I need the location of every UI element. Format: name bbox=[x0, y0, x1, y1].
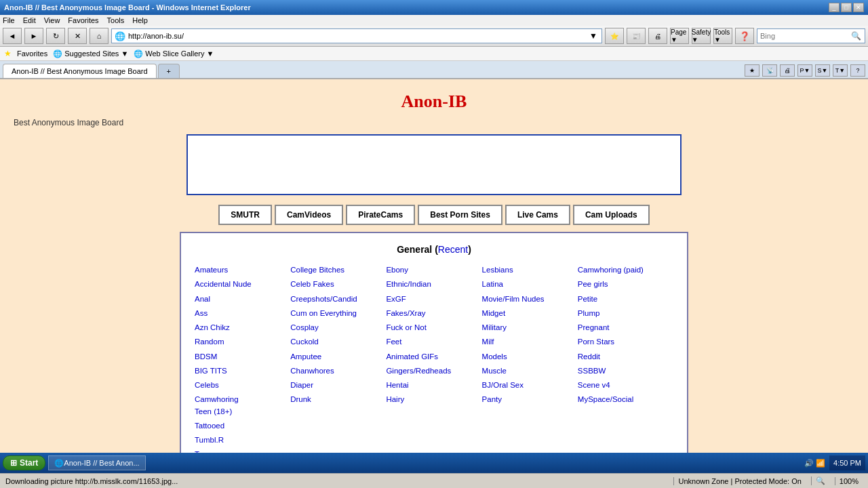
search-input[interactable] bbox=[760, 32, 848, 40]
menu-help[interactable]: Help bbox=[132, 16, 148, 24]
link-animated-gifs[interactable]: Animated GIFs bbox=[386, 351, 481, 363]
link-azn-chikz[interactable]: Azn Chikz bbox=[195, 322, 290, 333]
general-recent-link[interactable]: Recent bbox=[438, 244, 468, 255]
suggested-sites[interactable]: 🌐 Suggested Sites ▼ bbox=[53, 49, 128, 58]
link-bj-oral[interactable]: BJ/Oral Sex bbox=[482, 380, 578, 391]
link-celeb-fakes[interactable]: Celeb Fakes bbox=[290, 279, 386, 290]
tab-page-button[interactable]: P▼ bbox=[797, 64, 812, 77]
link-college-bitches[interactable]: College Bitches bbox=[290, 264, 386, 276]
nav-live-cams[interactable]: Live Cams bbox=[505, 205, 570, 225]
tab-active[interactable]: Anon-IB // Best Anonymous Image Board bbox=[3, 64, 157, 78]
rss-button[interactable]: 📰 bbox=[627, 28, 646, 44]
nav-best-porn[interactable]: Best Porn Sites bbox=[418, 205, 502, 225]
nav-piratecams[interactable]: PirateCams bbox=[346, 205, 415, 225]
link-chanwhores[interactable]: Chanwhores bbox=[290, 365, 386, 377]
minimize-button[interactable]: _ bbox=[829, 3, 840, 12]
link-accidental-nude[interactable]: Accidental Nude bbox=[195, 279, 290, 290]
link-tattooed[interactable]: Tattooed bbox=[195, 420, 290, 432]
nav-cam-uploads[interactable]: Cam Uploads bbox=[573, 205, 650, 225]
link-pee-girls[interactable]: Pee girls bbox=[578, 279, 673, 290]
nav-smutr[interactable]: SMUTR bbox=[218, 205, 272, 225]
menu-tools[interactable]: Tools bbox=[107, 16, 125, 24]
link-cuckold[interactable]: Cuckold bbox=[290, 336, 386, 348]
safety-button[interactable]: Safety ▼ bbox=[692, 28, 711, 44]
link-drunk[interactable]: Drunk bbox=[290, 394, 386, 405]
nav-camvideos[interactable]: CamVideos bbox=[275, 205, 343, 225]
link-military[interactable]: Military bbox=[482, 322, 578, 333]
page-menu-button[interactable]: Page ▼ bbox=[670, 28, 689, 44]
link-scene-v4[interactable]: Scene v4 bbox=[578, 380, 673, 391]
link-reddit[interactable]: Reddit bbox=[578, 351, 673, 363]
home-button[interactable]: ⌂ bbox=[90, 28, 108, 44]
link-anal[interactable]: Anal bbox=[195, 293, 290, 305]
tab-rss-button[interactable]: 📡 bbox=[762, 64, 777, 77]
link-petite[interactable]: Petite bbox=[578, 293, 673, 305]
link-pregnant[interactable]: Pregnant bbox=[578, 322, 673, 333]
link-movie-film-nudes[interactable]: Movie/Film Nudes bbox=[482, 293, 578, 305]
tab-tools-button[interactable]: T▼ bbox=[833, 64, 848, 77]
forward-button[interactable]: ► bbox=[24, 28, 43, 44]
link-models[interactable]: Models bbox=[482, 351, 578, 363]
stop-button[interactable]: ✕ bbox=[68, 28, 87, 44]
menu-file[interactable]: File bbox=[3, 16, 15, 24]
tab-help-button[interactable]: ? bbox=[850, 64, 865, 77]
refresh-button[interactable]: ↻ bbox=[46, 28, 65, 44]
link-lesbians[interactable]: Lesbians bbox=[482, 264, 578, 276]
menu-view[interactable]: View bbox=[44, 16, 60, 24]
link-myspace-social[interactable]: MySpace/Social bbox=[578, 394, 673, 405]
link-muscle[interactable]: Muscle bbox=[482, 365, 578, 377]
link-exgf[interactable]: ExGF bbox=[386, 293, 481, 305]
link-creepshots[interactable]: Creepshots/Candid bbox=[290, 293, 386, 305]
menu-favorites[interactable]: Favorites bbox=[68, 16, 98, 24]
close-button[interactable]: ✕ bbox=[853, 3, 864, 12]
link-panty[interactable]: Panty bbox=[482, 394, 578, 405]
menu-edit[interactable]: Edit bbox=[23, 16, 36, 24]
link-ass[interactable]: Ass bbox=[195, 308, 290, 319]
link-feet[interactable]: Feet bbox=[386, 336, 481, 348]
link-cosplay[interactable]: Cosplay bbox=[290, 322, 386, 333]
link-camwhoring-paid[interactable]: Camwhoring (paid) bbox=[578, 264, 673, 276]
tools-button[interactable]: Tools ▼ bbox=[713, 28, 732, 44]
link-random[interactable]: Random bbox=[195, 336, 290, 348]
toolbar: ◄ ► ↻ ✕ ⌂ 🌐 ▼ ⭐ 📰 🖨 Page ▼ Safety ▼ Tool… bbox=[0, 26, 868, 47]
link-camwhoring[interactable]: Camwhoring bbox=[195, 394, 290, 405]
link-hairy[interactable]: Hairy bbox=[386, 394, 481, 405]
help-button[interactable]: ❓ bbox=[735, 28, 754, 44]
tab-safety-button[interactable]: S▼ bbox=[815, 64, 830, 77]
back-button[interactable]: ◄ bbox=[3, 28, 22, 44]
link-ethnic[interactable]: Ethnic/Indian bbox=[386, 279, 481, 290]
link-tumblr[interactable]: Tumbl.R bbox=[195, 434, 290, 446]
tab-favorites-button[interactable]: ★ bbox=[745, 64, 760, 77]
maximize-button[interactable]: □ bbox=[841, 3, 852, 12]
tab-print-button[interactable]: 🖨 bbox=[780, 64, 795, 77]
link-amateurs[interactable]: Amateurs bbox=[195, 264, 290, 276]
link-latina[interactable]: Latina bbox=[482, 279, 578, 290]
link-hentai[interactable]: Hentai bbox=[386, 380, 481, 391]
link-plump[interactable]: Plump bbox=[578, 308, 673, 319]
link-celebs[interactable]: Celebs bbox=[195, 380, 290, 391]
web-slice[interactable]: 🌐 Web Slice Gallery ▼ bbox=[134, 49, 214, 58]
url-input[interactable] bbox=[128, 32, 585, 40]
search-icon[interactable]: 🔍 bbox=[851, 31, 861, 41]
link-big-tits[interactable]: BIG TITS bbox=[195, 365, 290, 377]
go-button[interactable]: ▼ bbox=[588, 30, 599, 42]
link-fakes-xray[interactable]: Fakes/Xray bbox=[386, 308, 481, 319]
tab-new[interactable]: + bbox=[158, 64, 180, 78]
link-ssbbw[interactable]: SSBBW bbox=[578, 365, 673, 377]
link-bdsm[interactable]: BDSM bbox=[195, 351, 290, 363]
link-midget[interactable]: Midget bbox=[482, 308, 578, 319]
link-diaper[interactable]: Diaper bbox=[290, 380, 386, 391]
link-gingers-redheads[interactable]: Gingers/Redheads bbox=[386, 365, 481, 377]
start-button[interactable]: ⊞ Start bbox=[3, 455, 45, 470]
link-ebony[interactable]: Ebony bbox=[386, 264, 481, 276]
link-amputee[interactable]: Amputee bbox=[290, 351, 386, 363]
taskbar-ie-item[interactable]: 🌐 Anon-IB // Best Anon... bbox=[48, 455, 145, 470]
link-teen[interactable]: Teen (18+) bbox=[195, 406, 290, 418]
window-controls[interactable]: _ □ ✕ bbox=[829, 3, 864, 12]
link-porn-stars[interactable]: Porn Stars bbox=[578, 336, 673, 348]
link-fuck-or-not[interactable]: Fuck or Not bbox=[386, 322, 481, 333]
link-cum-on-everything[interactable]: Cum on Everything bbox=[290, 308, 386, 319]
print-button[interactable]: 🖨 bbox=[648, 28, 667, 44]
link-milf[interactable]: Milf bbox=[482, 336, 578, 348]
refresh-page-button[interactable]: ⭐ bbox=[605, 28, 624, 44]
